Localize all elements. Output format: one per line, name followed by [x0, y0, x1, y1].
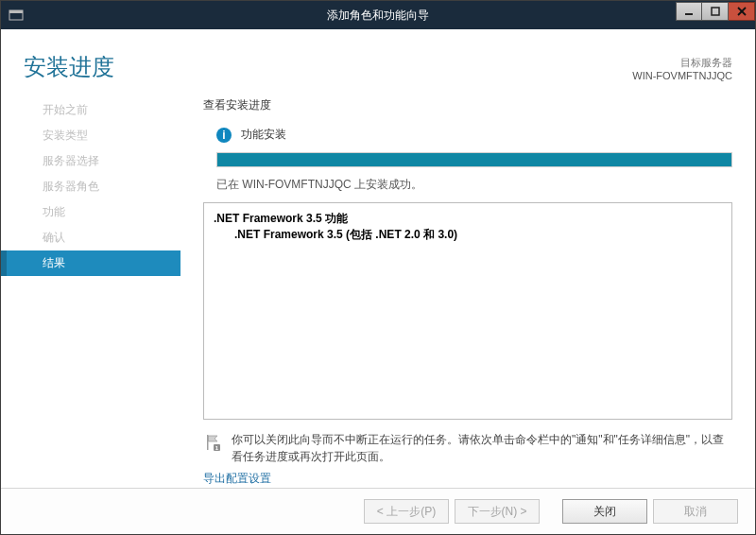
feature-group: .NET Framework 3.5 功能: [214, 211, 722, 227]
window-controls: [676, 2, 755, 23]
flag-icon: 1: [203, 431, 224, 465]
app-icon: [9, 8, 24, 23]
note-text: 你可以关闭此向导而不中断正在运行的任务。请依次单击命令栏中的"通知"和"任务详细…: [232, 431, 732, 465]
maximize-button[interactable]: [702, 2, 729, 21]
sidebar-item-features: 功能: [1, 199, 180, 225]
titlebar: 添加角色和功能向导: [1, 1, 755, 29]
status-row: i 功能安装: [203, 127, 732, 143]
sidebar-item-server-roles: 服务器角色: [1, 174, 180, 199]
cancel-button: 取消: [653, 499, 738, 524]
sidebar-item-results[interactable]: 结果: [1, 250, 180, 276]
sidebar: 开始之前 安装类型 服务器选择 服务器角色 功能 确认 结果: [1, 90, 180, 488]
section-title: 查看安装进度: [203, 97, 732, 113]
target-server-box: 目标服务器 WIN-FOVMFTNJJQC: [632, 52, 732, 81]
body: 开始之前 安装类型 服务器选择 服务器角色 功能 确认 结果 查看安装进度 i …: [1, 90, 755, 488]
feature-item: .NET Framework 3.5 (包括 .NET 2.0 和 3.0): [214, 227, 722, 243]
next-button: 下一步(N) >: [455, 499, 540, 524]
previous-button: < 上一步(P): [364, 499, 449, 524]
page-heading: 安装进度: [24, 52, 632, 82]
export-settings-link[interactable]: 导出配置设置: [203, 471, 732, 487]
installed-features-box[interactable]: .NET Framework 3.5 功能 .NET Framework 3.5…: [203, 202, 732, 420]
sidebar-item-installation-type: 安装类型: [1, 123, 180, 148]
header: 安装进度 目标服务器 WIN-FOVMFTNJJQC: [1, 29, 755, 90]
content-pane: 查看安装进度 i 功能安装 已在 WIN-FOVMFTNJJQC 上安装成功。 …: [180, 90, 755, 488]
sidebar-item-confirmation: 确认: [1, 225, 180, 250]
progress-message: 已在 WIN-FOVMFTNJJQC 上安装成功。: [216, 177, 732, 193]
svg-rect-1: [9, 10, 23, 13]
window-title: 添加角色和功能向导: [1, 8, 755, 24]
sidebar-item-before-you-begin: 开始之前: [1, 97, 180, 123]
wizard-window: 添加角色和功能向导 安装进度 目标服务器 WIN-FOVMFTNJJQC: [0, 0, 756, 535]
progress-fill: [217, 153, 731, 166]
note-row: 1 你可以关闭此向导而不中断正在运行的任务。请依次单击命令栏中的"通知"和"任务…: [203, 431, 732, 465]
sidebar-item-server-selection: 服务器选择: [1, 148, 180, 174]
close-button[interactable]: 关闭: [562, 499, 647, 524]
status-text: 功能安装: [241, 127, 286, 143]
svg-rect-3: [712, 8, 719, 15]
footer: < 上一步(P) 下一步(N) > 关闭 取消: [1, 488, 755, 534]
info-icon: i: [216, 128, 232, 143]
target-server-name: WIN-FOVMFTNJJQC: [632, 70, 732, 81]
close-window-button[interactable]: [729, 2, 755, 21]
minimize-button[interactable]: [676, 2, 702, 21]
progress-bar: [216, 152, 732, 167]
target-server-label: 目标服务器: [680, 57, 732, 68]
client-area: 安装进度 目标服务器 WIN-FOVMFTNJJQC 开始之前 安装类型 服务器…: [1, 29, 755, 534]
